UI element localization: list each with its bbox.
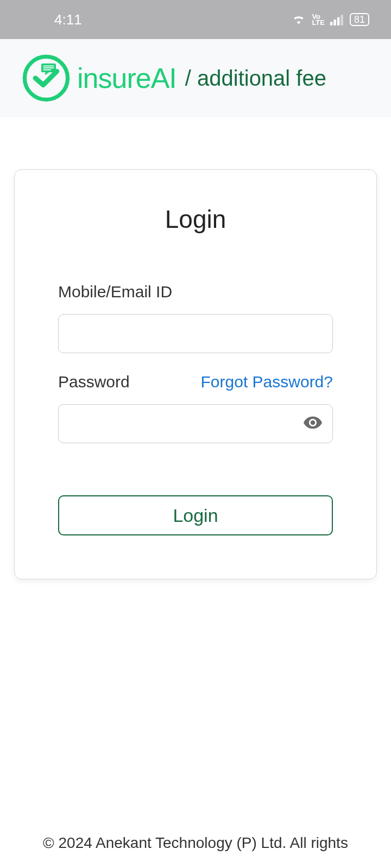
login-card: Login Mobile/Email ID Password Forgot Pa… [14, 169, 377, 579]
app-header: insureAI / additional fee [0, 39, 391, 117]
svg-point-4 [24, 56, 67, 99]
mobile-field-group: Mobile/Email ID [58, 283, 333, 353]
footer-copyright: © 2024 Anekant Technology (P) Ltd. All r… [0, 834, 391, 852]
mobile-label: Mobile/Email ID [58, 283, 172, 301]
volte-icon: VoLTE [312, 14, 325, 25]
signal-icon [330, 14, 344, 25]
status-icons: VoLTE 81 [291, 13, 369, 26]
battery-icon: 81 [350, 13, 369, 26]
header-banner-text: / additional fee [185, 66, 326, 91]
status-time: 4:11 [54, 11, 82, 28]
mobile-input[interactable] [58, 314, 333, 353]
brand-logo: insureAI [22, 54, 176, 103]
status-bar: 4:11 VoLTE 81 [0, 0, 391, 39]
svg-rect-3 [340, 15, 343, 25]
password-label: Password [58, 373, 130, 391]
svg-rect-1 [333, 20, 336, 25]
logo-icon [22, 54, 71, 103]
login-title: Login [58, 205, 333, 234]
forgot-password-link[interactable]: Forgot Password? [201, 373, 333, 391]
password-field-group: Password Forgot Password? [58, 373, 333, 443]
svg-rect-0 [330, 22, 332, 25]
wifi-icon [291, 14, 306, 25]
svg-rect-2 [337, 17, 339, 25]
brand-name: insureAI [77, 62, 176, 94]
login-button[interactable]: Login [58, 495, 333, 535]
main-content: Login Mobile/Email ID Password Forgot Pa… [0, 117, 391, 579]
eye-icon[interactable] [304, 416, 322, 431]
password-input[interactable] [58, 404, 333, 443]
